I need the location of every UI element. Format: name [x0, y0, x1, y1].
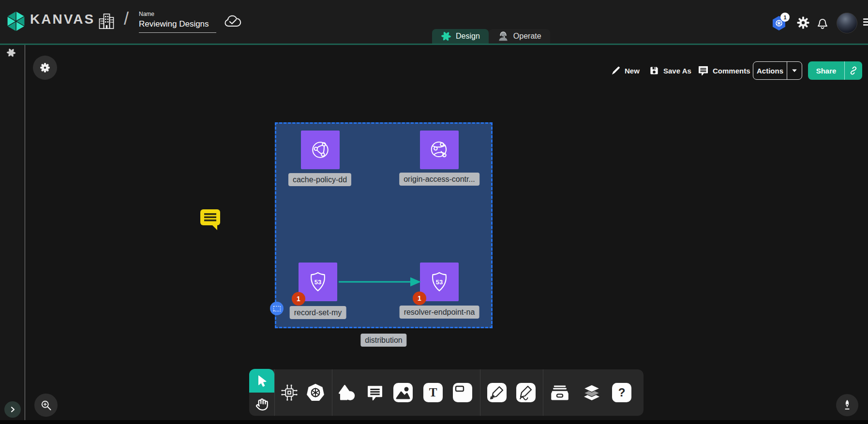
node-origin-access-control[interactable] — [420, 131, 459, 169]
node-label-resolver-endpoint[interactable]: resolver-endpoint-na — [400, 306, 479, 319]
comment-marker[interactable] — [199, 208, 222, 231]
share-link-section[interactable] — [845, 66, 862, 75]
toolbar-divider — [274, 369, 275, 416]
share-divider — [844, 61, 845, 80]
app-logo-text[interactable]: KANVAS — [30, 12, 95, 27]
help-tool[interactable]: ? — [612, 383, 631, 402]
name-field-label: Name — [139, 11, 217, 17]
image-tile — [393, 383, 413, 402]
mode-tabs: Design Operate — [432, 29, 550, 44]
user-avatar[interactable] — [837, 13, 857, 33]
new-button[interactable]: New — [611, 64, 640, 77]
image-tool[interactable] — [393, 383, 413, 402]
comments-icon — [698, 65, 709, 76]
chip-icon — [280, 383, 299, 402]
pan-tool[interactable] — [249, 393, 274, 416]
bottom-edge — [0, 420, 868, 424]
node-label-cache-policy[interactable]: cache-policy-dd — [288, 173, 351, 186]
sidebar-swirl-icon[interactable] — [6, 48, 16, 58]
selection-rect-icon — [273, 306, 281, 312]
text-tile: T — [423, 383, 443, 402]
cloudfront-cache-policy-icon — [308, 137, 333, 162]
shapes-icon — [337, 383, 356, 402]
cloud-sync-check-icon — [223, 14, 242, 29]
card-tool[interactable] — [453, 383, 472, 402]
resolver-endpoint-count-badge[interactable]: 1 — [413, 292, 426, 305]
kubernetes-helm-icon — [306, 383, 325, 402]
new-button-label: New — [625, 67, 640, 75]
pen-tile — [487, 383, 507, 402]
save-as-button-label: Save As — [663, 67, 691, 75]
operator-headset-icon — [497, 30, 509, 42]
kubernetes-count-badge[interactable]: 1 — [780, 13, 790, 22]
tab-operate[interactable]: Operate — [489, 29, 550, 44]
tab-design[interactable]: Design — [432, 29, 489, 44]
zoom-button[interactable] — [34, 394, 58, 417]
save-as-button[interactable]: Save As — [649, 64, 691, 77]
comment-icon — [366, 384, 384, 401]
kanvas-logo-icon[interactable] — [6, 10, 26, 32]
pencil-tile — [516, 383, 536, 402]
comments-button[interactable]: Comments — [698, 64, 750, 77]
notifications-bell-icon[interactable] — [816, 16, 829, 29]
record-set-count-badge[interactable]: 1 — [292, 292, 305, 306]
node-cache-policy[interactable] — [301, 131, 340, 169]
shield-53-text: 53 — [436, 278, 443, 286]
tab-design-label: Design — [456, 32, 480, 41]
pen-tool[interactable] — [487, 383, 507, 402]
node-label-record-set[interactable]: record-set-my — [290, 306, 346, 319]
save-floppy-icon — [649, 65, 659, 76]
drawer-archive-icon — [550, 383, 569, 402]
expand-sidebar-button[interactable] — [4, 401, 21, 418]
shapes-tool[interactable] — [337, 383, 356, 402]
pen-path-icon — [487, 383, 507, 402]
overflow-menu-icon[interactable] — [863, 17, 868, 27]
toolbar-divider — [543, 369, 543, 416]
share-button[interactable]: Share — [808, 61, 862, 80]
header-divider — [0, 44, 868, 45]
breadcrumb-separator: / — [124, 9, 129, 29]
annotate-pen-button[interactable] — [836, 394, 858, 416]
group-label-distribution[interactable]: distribution — [360, 334, 406, 347]
actions-button[interactable]: Actions — [753, 61, 802, 80]
card-icon — [453, 383, 472, 402]
image-icon — [393, 383, 413, 402]
select-tool[interactable] — [249, 369, 274, 393]
link-icon — [849, 66, 858, 75]
actions-button-label: Actions — [753, 67, 787, 75]
comments-button-label: Comments — [713, 67, 750, 75]
route53-shield-icon: 53 — [427, 269, 452, 294]
node-label-origin-access[interactable]: origin-access-contr... — [399, 173, 479, 186]
canvas-options-button[interactable] — [33, 56, 57, 80]
pencil-tool[interactable] — [516, 383, 536, 402]
flower-icon — [39, 62, 51, 73]
layers-tool[interactable] — [582, 383, 601, 402]
text-tool-glyph: T — [429, 386, 437, 399]
new-pencil-icon — [611, 66, 621, 76]
route53-shield-icon: 53 — [305, 269, 330, 294]
zoom-in-icon — [40, 399, 52, 411]
layers-icon — [582, 383, 601, 402]
components-tool[interactable] — [280, 383, 299, 402]
hand-icon — [255, 398, 269, 411]
left-sidebar — [0, 45, 25, 424]
tool-palette: T — [249, 369, 644, 416]
actions-caret[interactable] — [787, 68, 802, 73]
tab-operate-label: Operate — [513, 32, 541, 41]
app-window: KANVAS / Name — [0, 0, 868, 424]
design-name-input[interactable] — [139, 18, 216, 33]
shield-53-text: 53 — [314, 278, 321, 286]
drawer-tool[interactable] — [550, 383, 569, 402]
design-name-field: Name — [139, 11, 217, 33]
group-selection-handle[interactable] — [270, 302, 284, 315]
pencil-scribble-icon — [516, 383, 536, 402]
card-tile — [453, 383, 472, 402]
text-tool[interactable]: T — [423, 383, 443, 402]
edge-record-to-resolver[interactable] — [338, 276, 423, 288]
organization-building-icon[interactable] — [98, 13, 115, 30]
comment-tool[interactable] — [365, 383, 385, 402]
kubernetes-tool[interactable] — [306, 383, 325, 402]
app-header: KANVAS / Name — [0, 0, 868, 44]
pen-nib-icon — [841, 399, 853, 411]
settings-gear-icon[interactable] — [797, 16, 809, 29]
